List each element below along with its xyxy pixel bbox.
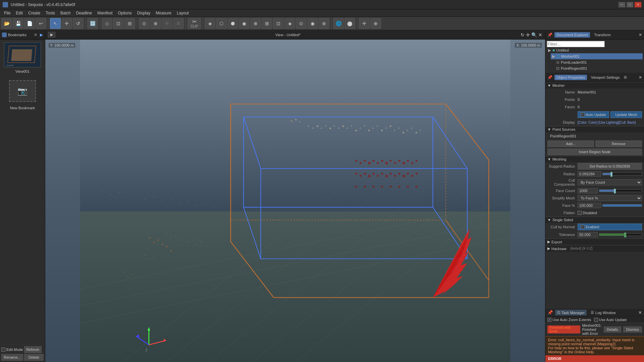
tab-transform[interactable]: Transform (592, 32, 613, 38)
viewport-canvas[interactable]: Y: 100.0000 m X: 100.0000 m (45, 40, 545, 362)
task-panel-pin[interactable]: 📌 (547, 310, 553, 315)
tool-plus2[interactable]: ⊕ (370, 18, 381, 29)
new-bookmark-placeholder[interactable]: 📷 (9, 80, 36, 102)
menu-options[interactable]: Options (115, 10, 135, 16)
tab-obj-props[interactable]: Object Properties (554, 75, 587, 80)
viewport-side-btn[interactable]: ▶ (48, 32, 55, 38)
tree-mesher[interactable]: ▶ ⬡ Mesher001 (551, 53, 643, 59)
menu-measure[interactable]: Measure (153, 10, 174, 16)
single-sided-header[interactable]: ▼ Single Sided (545, 217, 644, 223)
auto-zoom-label[interactable]: ✓ Use Auto Zoom Extents (547, 318, 591, 322)
disabled-checkbox[interactable] (578, 211, 582, 215)
new-bookmark-item[interactable]: 📷 New Bookmark (0, 75, 45, 112)
hacksaw-section-header[interactable]: ▶ Hacksaw [4x4x4] [X-Y-Z] (545, 245, 644, 252)
tab-log-window[interactable]: ☰ Log Window (589, 310, 618, 315)
tolerance-slider[interactable] (599, 233, 642, 236)
tool-square[interactable]: ⊡ (113, 18, 124, 29)
menu-manifest[interactable]: Manifest (95, 10, 115, 16)
set-radius-button[interactable]: Set Radius to 0.0562836 (578, 163, 642, 170)
face-percent-slider[interactable] (602, 204, 642, 207)
menu-create[interactable]: Create (25, 10, 43, 16)
minimize-button[interactable]: ─ (619, 2, 625, 7)
tree-point-region[interactable]: ⊡ PointRegion001 (555, 65, 643, 71)
simplify-mesh-select[interactable]: To Face % To Face None (578, 195, 642, 201)
tool-select[interactable]: ↖ (50, 18, 61, 29)
refresh-button[interactable]: Refresh (24, 346, 42, 353)
right-panel-close[interactable]: ✕ (639, 33, 642, 37)
viewport-search-icon[interactable]: 🔍 (531, 32, 537, 38)
clip-button[interactable]: ✂ CLIP (187, 18, 201, 29)
tool-mesh2[interactable]: ⬡ (216, 18, 227, 29)
tool-save[interactable]: 💾 (13, 18, 23, 29)
auto-zoom-checkbox[interactable]: ✓ (547, 318, 551, 322)
edit-mode-checkbox-label[interactable]: Edit Mode (1, 346, 23, 353)
tolerance-input[interactable] (578, 232, 598, 237)
tool-mesh3[interactable]: ⬢ (227, 18, 238, 29)
bookmark-view001[interactable]: View001 View001 (0, 40, 45, 75)
menu-batch[interactable]: Batch (58, 10, 73, 16)
viewport-refresh-icon[interactable]: ↻ (521, 32, 525, 38)
tab-task-manager[interactable]: ⊡ Task Manager (555, 310, 587, 315)
tool-new[interactable]: 📄 (24, 18, 35, 29)
display-value[interactable]: [Color: Color] [Use Lighting][Cull: Back… (578, 121, 642, 124)
face-percent-input[interactable] (578, 203, 601, 208)
obj-props-settings[interactable]: ⚙ (624, 75, 627, 80)
rename-button[interactable]: Rename... (1, 354, 23, 361)
maximize-button[interactable]: □ (627, 2, 633, 7)
tool-mesh7[interactable]: ⊡ (273, 18, 284, 29)
point-sources-header[interactable]: ▼ Point Sources (545, 126, 644, 132)
tool-grid[interactable]: ⊞ (124, 18, 135, 29)
enabled-checkbox[interactable]: ✓ (581, 225, 585, 229)
tool-cross[interactable]: ✛ (359, 18, 370, 29)
tool-sphere[interactable]: ⬤ (344, 18, 355, 29)
update-mesh-button[interactable]: Update Mesh (610, 111, 642, 118)
remove-button[interactable]: Remove (595, 140, 642, 147)
delete-button[interactable]: Delete (24, 354, 44, 361)
obj-props-pin[interactable]: 📌 (547, 75, 552, 80)
tool-mesh5[interactable]: ⊗ (250, 18, 261, 29)
filter-input[interactable] (547, 41, 605, 47)
obj-props-close[interactable]: ✕ (639, 75, 642, 80)
tool-diamond[interactable]: ◇ (102, 18, 112, 29)
mesher-section-header[interactable]: ▼ Mesher (545, 82, 644, 88)
tool-mesh6[interactable]: ⊞ (262, 18, 272, 29)
radius-slider[interactable] (602, 173, 642, 175)
right-panel-pin[interactable]: 📌 (547, 33, 552, 37)
edit-mode-checkbox[interactable] (1, 348, 5, 352)
tool-count[interactable]: 🔢 (87, 18, 98, 29)
viewport-close-btn[interactable]: ✕ (538, 32, 542, 38)
tool-target[interactable]: ⊕ (150, 18, 161, 29)
task-panel-close[interactable]: ✕ (638, 310, 642, 315)
close-button[interactable]: ✕ (635, 2, 641, 7)
export-section-header[interactable]: ▶ Export (545, 238, 644, 245)
face-count-slider[interactable] (599, 189, 642, 192)
tool-globe[interactable]: 🌐 (333, 18, 344, 29)
cull-components-select[interactable]: By Face Count None By Point Count (578, 179, 642, 185)
face-count-input[interactable] (578, 188, 598, 193)
menu-edit[interactable]: Edit (13, 10, 25, 16)
meshing-section-header[interactable]: ▼ Meshing (545, 156, 644, 162)
viewport[interactable]: ▶ View - Untitled* ↻ ✛ 🔍 ✕ Y: 100.0000 m… (45, 30, 545, 362)
menu-display[interactable]: Display (135, 10, 153, 16)
tool-mesh8[interactable]: ◈ (284, 18, 295, 29)
tool-circle[interactable]: ⊙ (139, 18, 150, 29)
viewport-plus-icon[interactable]: ✛ (526, 32, 530, 38)
menu-file[interactable]: File (1, 10, 13, 16)
tool-open[interactable]: 📂 (1, 18, 12, 29)
tool-dots[interactable]: ⁙ (173, 18, 184, 29)
tool-mesh9[interactable]: ⊙ (296, 18, 307, 29)
auto-update-task-label[interactable]: Use Auto Update (594, 318, 627, 322)
insert-region-button[interactable]: Insert Region Node (547, 148, 642, 155)
tool-mesh1[interactable]: ◈ (205, 18, 215, 29)
tree-root[interactable]: ▶ ■ Untitled (547, 47, 643, 53)
auto-update-check-label[interactable]: ✓ Auto Update (578, 111, 609, 118)
tree-point-loader[interactable]: ⊙ PointLoader001 (555, 59, 643, 65)
tool-scatter[interactable]: ⁘ (162, 18, 172, 29)
tool-undo[interactable]: ↩ (36, 18, 46, 29)
tool-mesh4[interactable]: ◉ (239, 18, 250, 29)
menu-tools[interactable]: Tools (43, 10, 58, 16)
bookmarks-expand[interactable]: ▶ (40, 33, 43, 37)
enabled-check-label[interactable]: ✓ Enabled (578, 224, 642, 230)
add-button[interactable]: Add... (547, 140, 594, 147)
menu-deadline[interactable]: Deadline (73, 10, 95, 16)
